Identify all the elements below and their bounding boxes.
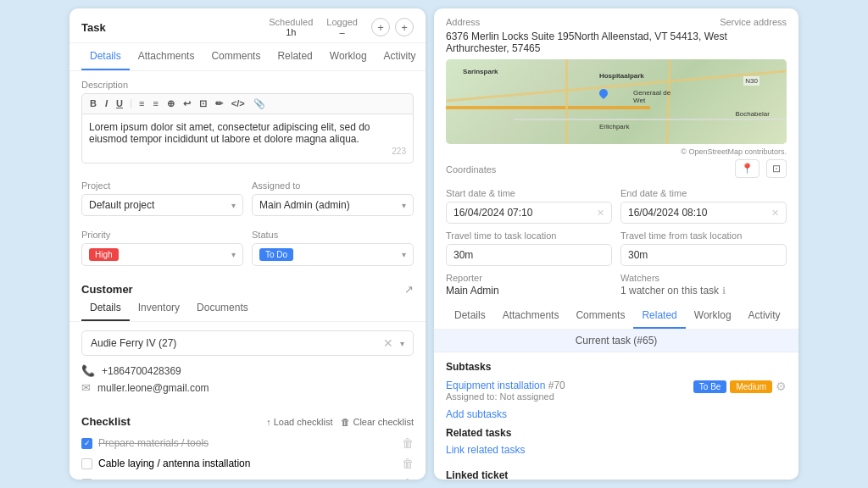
status-badge: To Do [259,248,293,261]
priority-chevron: ▾ [231,250,236,259]
customer-tab-documents[interactable]: Documents [188,296,257,321]
customer-tab-details[interactable]: Details [81,296,130,321]
related-tasks-label: Related tasks [446,427,787,439]
reporter-group: Reporter Main Admin [446,273,612,297]
delete-item-2[interactable]: 🗑 [402,477,414,480]
clear-customer-btn[interactable]: ✕ [383,336,393,350]
travel-to-input[interactable]: 30m [446,244,612,266]
description-content: Lorem ipsum dolor sit amet, consectetur … [89,121,406,145]
related-tab-worklog[interactable]: Worklog [686,303,740,329]
external-link-icon[interactable]: ↗ [404,283,414,296]
reporter-label: Reporter [446,273,612,283]
priority-select[interactable]: High ▾ [81,243,243,266]
assigned-val: Main Admin (admin) [259,199,350,211]
load-checklist-btn[interactable]: ↑ Load checklist [266,417,332,427]
checkbox-1[interactable] [81,458,92,469]
add-subtasks-btn[interactable]: Add subtasks [446,408,787,420]
address-text: 6376 Merlin Locks Suite 195North Alleens… [446,30,787,54]
map-image: Sarinspark Hospitaalpark Generaal deWet … [446,59,787,144]
subtask-gear-icon-0[interactable]: ⚙ [776,380,787,393]
bold-btn[interactable]: B [87,97,99,110]
checkbox-2[interactable] [81,479,92,480]
trash-icon: 🗑 [341,417,350,427]
customer-header: Customer ↗ [70,274,426,296]
travel-row: Travel time to task location 30m Travel … [446,230,787,266]
timer-icon[interactable]: + [371,18,390,36]
clear-end-btn[interactable]: ✕ [771,208,779,219]
task-icons: + + [371,18,414,36]
delete-item-0[interactable]: 🗑 [402,436,414,450]
priority-label: Priority [81,230,243,240]
customer-tabs: Details Inventory Documents [70,296,426,322]
assigned-group: Assigned to Main Admin (admin) ▾ [252,180,414,216]
checkbox-0[interactable] [81,438,92,449]
customer-select[interactable]: Audie Ferry IV (27) ✕ ▾ [81,330,414,356]
task-header: Task Scheduled1h Logged– + + [70,8,426,43]
travel-to-label: Travel time to task location [446,230,612,241]
watchers-group: Watchers 1 watcher on this task ℹ [620,273,787,297]
tab-related[interactable]: Related [269,43,320,70]
travel-from-input[interactable]: 30m [620,244,787,266]
description-textarea[interactable]: Lorem ipsum dolor sit amet, consectetur … [81,114,414,164]
scheduled-val: 1h [286,27,296,37]
char-count: 223 [89,147,406,156]
customer-tab-inventory[interactable]: Inventory [130,296,188,321]
load-icon: ↑ [266,417,271,427]
ordered-list-btn[interactable]: ≡ [150,97,160,110]
customer-name: Audie Ferry IV (27) [91,337,176,349]
link-btn[interactable]: ⊕ [164,97,177,110]
related-tabs: Details Attachments Comments Related Wor… [434,303,798,330]
map-container: Sarinspark Hospitaalpark Generaal deWet … [446,59,787,144]
checklist-actions: ↑ Load checklist 🗑 Clear checklist [266,417,414,427]
assigned-select[interactable]: Main Admin (admin) ▾ [252,194,414,216]
location-btn[interactable]: 📍 [735,159,760,178]
code-btn[interactable]: </> [229,97,248,110]
project-select[interactable]: Default project ▾ [81,194,243,216]
related-tab-comments[interactable]: Comments [567,303,633,329]
right-panel: Address Service address 6376 Merlin Lock… [434,8,798,480]
status-group: Status To Do ▾ [252,230,414,266]
table-btn[interactable]: ⊡ [197,97,209,110]
start-date-input[interactable]: 16/04/2024 07:10 ✕ [446,202,612,224]
list-btn[interactable]: ≡ [136,97,147,110]
map-credit: © OpenStreetMap contributors. [446,147,787,156]
delete-item-1[interactable]: 🗑 [402,457,414,470]
copy-coords-btn[interactable]: ⊡ [766,159,787,178]
related-tab-details[interactable]: Details [446,303,494,329]
related-tab-activity[interactable]: Activity [740,303,789,329]
clear-checklist-btn[interactable]: 🗑 Clear checklist [341,417,414,427]
add-icon[interactable]: + [395,18,414,36]
service-address-label: Service address [720,17,787,27]
subtask-item-0: Equipment installation #70 Assigned to: … [446,380,787,402]
status-select[interactable]: To Do ▾ [252,243,414,266]
tab-worklog[interactable]: Worklog [321,43,376,70]
subtask-priority-badge-0: Medium [730,380,772,393]
link-related-tasks-btn[interactable]: Link related tasks [446,444,787,456]
map-pin [598,87,609,99]
draw-btn[interactable]: ✏ [213,97,225,110]
left-panel: Task Scheduled1h Logged– + + Details Att… [70,8,426,480]
tab-details[interactable]: Details [81,43,130,70]
start-date-group: Start date & time 16/04/2024 07:10 ✕ [446,188,612,224]
reporter-val: Main Admin [446,285,612,297]
italic-btn[interactable]: I [103,97,110,110]
tab-attachments[interactable]: Attachments [130,43,203,70]
clear-start-btn[interactable]: ✕ [597,208,604,219]
underline-btn[interactable]: U [114,97,125,110]
task-schedule: Scheduled1h Logged– [269,17,358,37]
watchers-val: 1 watcher on this task ℹ [620,285,787,297]
watchers-info-icon[interactable]: ℹ [722,286,726,297]
undo-btn[interactable]: ↩ [181,97,193,110]
subtask-title-0[interactable]: Equipment installation #70 [446,380,693,391]
tab-activity[interactable]: Activity [376,43,425,70]
end-date-input[interactable]: 16/04/2024 08:10 ✕ [620,202,787,224]
reporter-row: Reporter Main Admin Watchers 1 watcher o… [434,273,798,303]
travel-from-label: Travel time from task location [620,230,787,241]
contact-info: 📞 +1864700428369 ✉ muller.leone@gmail.co… [70,364,426,407]
linked-ticket-section: Linked ticket Fake ticket: Furnace Opera… [434,469,798,480]
tab-comments[interactable]: Comments [203,43,269,70]
related-tab-attachments[interactable]: Attachments [494,303,568,329]
attach-btn[interactable]: 📎 [251,97,268,110]
checklist-item-1: Cable laying / antenna installation 🗑 [81,453,414,474]
related-tab-related[interactable]: Related [633,303,685,329]
